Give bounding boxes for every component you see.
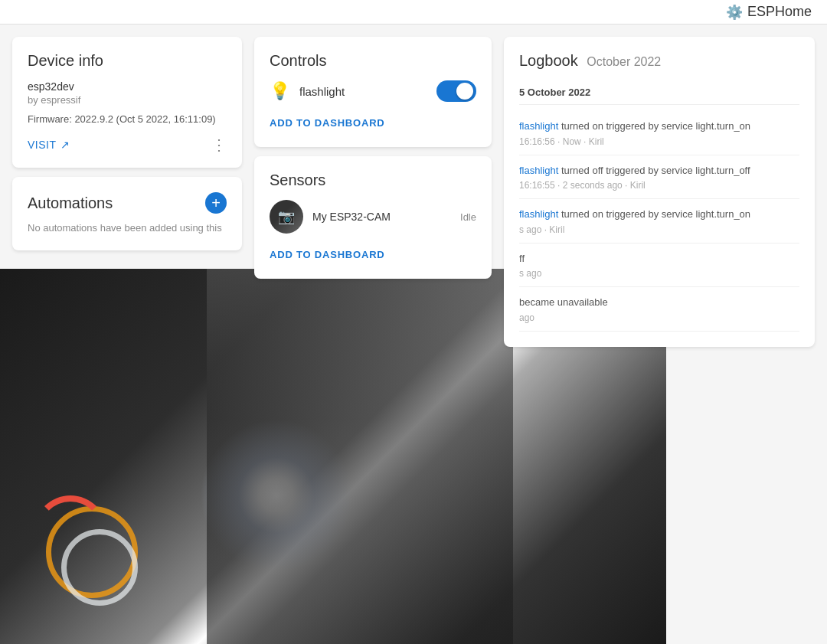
automations-title: Automations — [28, 195, 113, 212]
logbook-entity: flashlight — [519, 165, 558, 176]
sensor-name: My ESP32-CAM — [312, 211, 451, 223]
logbook-entry-text: flashlight turned on triggered by servic… — [519, 119, 799, 134]
logbook-month: October 2022 — [587, 55, 661, 68]
controls-title: Controls — [270, 52, 476, 70]
add-automation-button[interactable]: + — [205, 192, 227, 214]
automations-empty-text: No automations have been added using thi… — [28, 221, 227, 235]
bulb-icon: 💡 — [270, 81, 290, 101]
logbook-action: became unavailable — [519, 296, 608, 308]
sensor-row: 📷 My ESP32-CAM Idle — [270, 200, 476, 234]
logbook-entry-text: became unavailable — [519, 295, 799, 310]
logbook-time: 16:16:55 · 2 seconds ago · Kiril — [519, 180, 799, 191]
logo-text: ESPHome — [747, 4, 812, 20]
automations-header: Automations + — [28, 192, 227, 214]
logbook-time: 16:16:56 · Now · Kiril — [519, 136, 799, 147]
visit-label: VISIT — [28, 139, 57, 151]
flashlight-control-row: 💡 flashlight — [270, 80, 476, 102]
device-firmware: Firmware: 2022.9.2 (Oct 5 2022, 16:11:09… — [28, 113, 227, 125]
logbook-entity: flashlight — [519, 120, 558, 132]
main-layout: Device info esp32dev by espressif Firmwa… — [0, 25, 827, 359]
logbook-time: ago — [519, 312, 799, 323]
logbook-entry-text: flashlight turned off triggered by servi… — [519, 163, 799, 178]
logbook-entry-text: ff — [519, 251, 799, 266]
device-info-card: Device info esp32dev by espressif Firmwa… — [12, 37, 242, 168]
sensors-card: Sensors 📷 My ESP32-CAM Idle ADD TO DASHB… — [254, 156, 492, 279]
flashlight-toggle[interactable] — [436, 80, 476, 102]
left-column: Device info esp32dev by espressif Firmwa… — [12, 37, 242, 347]
sensor-status: Idle — [460, 211, 476, 223]
logbook-card: Logbook October 2022 5 October 2022 flas… — [504, 37, 815, 347]
logbook-entry: ff s ago — [519, 244, 799, 288]
logo-icon: ⚙️ — [726, 4, 743, 21]
device-by: by espressif — [28, 94, 227, 106]
logbook-title: Logbook October 2022 — [519, 52, 799, 70]
logbook-action: turned off triggered by service light.tu… — [561, 165, 750, 176]
sensors-title: Sensors — [270, 172, 476, 189]
sensors-add-to-dashboard-button[interactable]: ADD TO DASHBOARD — [270, 246, 476, 263]
topbar: ⚙️ ESPHome — [0, 0, 827, 25]
automations-card: Automations + No automations have been a… — [12, 177, 242, 250]
logbook-entity: flashlight — [519, 208, 558, 220]
logbook-entry: became unavailable ago — [519, 287, 799, 332]
external-link-icon: ↗ — [60, 139, 70, 151]
logbook-entry: flashlight turned off triggered by servi… — [519, 155, 799, 200]
logbook-entry-text: flashlight turned on triggered by servic… — [519, 207, 799, 222]
controls-card: Controls 💡 flashlight ADD TO DASHBOARD — [254, 37, 492, 147]
device-info-title: Device info — [28, 52, 227, 70]
logbook-entry: flashlight turned on triggered by servic… — [519, 111, 799, 155]
controls-add-to-dashboard-button[interactable]: ADD TO DASHBOARD — [270, 114, 476, 132]
visit-button[interactable]: VISIT ↗ — [28, 139, 70, 151]
sensor-avatar-inner: 📷 — [270, 200, 303, 234]
wire-decoration-2 — [61, 529, 138, 606]
middle-column: Controls 💡 flashlight ADD TO DASHBOARD S… — [254, 37, 492, 347]
logbook-entry: flashlight turned on triggered by servic… — [519, 199, 799, 244]
logbook-action: ff — [519, 253, 525, 264]
toggle-thumb — [456, 83, 473, 100]
device-name: esp32dev — [28, 80, 227, 93]
sensor-avatar: 📷 — [270, 200, 303, 234]
flashlight-label: flashlight — [299, 85, 427, 98]
logbook-action: turned on triggered by service light.tur… — [561, 120, 750, 132]
logbook-action: turned on triggered by service light.tur… — [561, 208, 750, 220]
logbook-time: s ago — [519, 268, 799, 279]
device-info-footer: VISIT ↗ ⋮ — [28, 137, 227, 152]
app-logo: ⚙️ ESPHome — [726, 4, 812, 21]
right-column: Logbook October 2022 5 October 2022 flas… — [504, 37, 815, 347]
more-options-button[interactable]: ⋮ — [211, 137, 227, 152]
logbook-date-header: 5 October 2022 — [519, 80, 799, 105]
logbook-time: s ago · Kiril — [519, 224, 799, 235]
